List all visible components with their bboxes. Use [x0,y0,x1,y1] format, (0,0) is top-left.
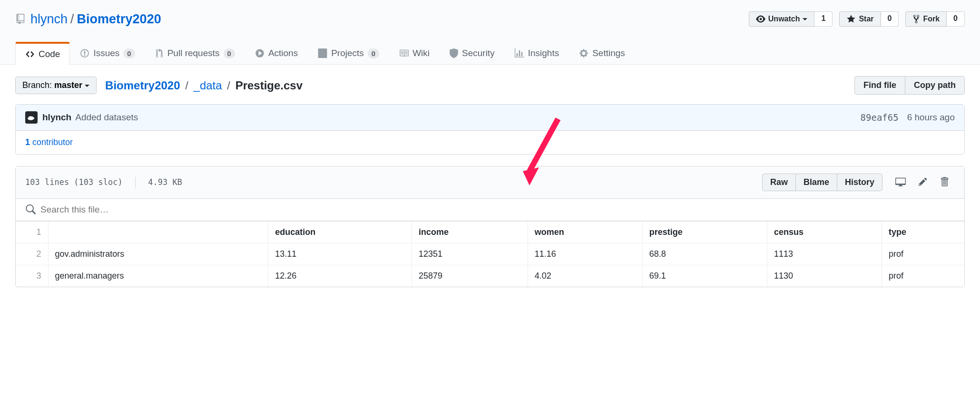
line-number: 1 [16,222,48,243]
play-icon [255,48,265,58]
issues-count: 0 [123,48,135,58]
fork-count[interactable]: 0 [947,11,965,27]
line-number: 3 [16,265,48,287]
desktop-button[interactable] [891,172,910,193]
csv-cell: prof [882,243,964,265]
tab-projects-label: Projects [331,48,364,58]
tab-wiki-label: Wiki [412,48,430,58]
line-number: 2 [16,243,48,265]
csv-header: income [412,222,528,243]
issue-icon [80,48,89,58]
project-icon [318,48,327,58]
tab-projects[interactable]: Projects 0 [308,42,389,64]
fork-button[interactable]: Fork [905,11,947,27]
csv-header: education [268,222,412,243]
table-row: 3general.managers12.26258794.0269.11130p… [16,265,964,287]
tab-insights[interactable]: Insights [505,42,569,64]
star-button[interactable]: Star [839,11,881,27]
crumb-dir[interactable]: _data [194,79,222,92]
projects-count: 0 [368,48,379,58]
tab-code-label: Code [39,49,60,59]
tab-actions[interactable]: Actions [245,42,308,64]
tab-insights-label: Insights [528,48,559,58]
history-button[interactable]: History [837,174,882,191]
divider [135,177,136,188]
tab-pulls[interactable]: Pull requests 0 [145,42,245,64]
csv-cell: 13.11 [268,243,412,265]
repo-name-link[interactable]: Biometry2020 [77,12,161,26]
csv-cell: prof [882,265,964,287]
crumb-file: Prestige.csv [235,79,303,92]
csv-cell: gov.administrators [48,243,268,265]
blame-button[interactable]: Blame [796,174,837,191]
csv-cell: 12351 [412,243,528,265]
graph-icon [515,48,524,58]
csv-cell: 69.1 [642,265,767,287]
tab-security-label: Security [462,48,495,58]
tab-pulls-label: Pull requests [167,48,220,58]
desktop-icon [895,176,906,187]
pencil-icon [918,177,928,186]
search-icon [25,204,36,215]
csv-cell: 25879 [412,265,528,287]
csv-cell: 68.8 [642,243,767,265]
contributors-link[interactable]: 1 contributor [16,131,964,154]
book-icon [399,48,409,58]
file-info-bar: 103 lines (103 sloc) 4.93 KB Raw Blame H… [16,166,964,199]
unwatch-button[interactable]: Unwatch [749,11,815,27]
csv-cell: 11.16 [528,243,642,265]
branch-selector-button[interactable]: Branch: master [15,77,97,94]
avatar[interactable] [25,111,38,124]
crumb-sep: / [227,79,230,92]
tab-settings[interactable]: Settings [569,42,635,64]
csv-header: type [882,222,964,243]
tab-wiki[interactable]: Wiki [389,42,440,64]
tab-actions-label: Actions [268,48,298,58]
caret-icon [803,18,807,23]
csv-cell: 1130 [767,265,882,287]
csv-header: women [528,222,642,243]
csv-cell: 12.26 [268,265,412,287]
tab-issues[interactable]: Issues 0 [70,42,145,64]
csv-header [48,222,268,243]
tab-settings-label: Settings [592,48,625,58]
commit-author[interactable]: hlynch [42,112,71,123]
repo-sep: / [70,12,74,27]
delete-button[interactable] [936,172,953,193]
commit-message[interactable]: Added datasets [75,112,138,123]
eye-icon [756,14,765,24]
tab-code[interactable]: Code [15,42,70,65]
star-label: Star [859,15,873,23]
repo-tabs: Code Issues 0 Pull requests 0 Actions Pr… [15,42,965,64]
trash-icon [940,176,949,187]
search-row [16,199,964,221]
csv-cell: 1113 [767,243,882,265]
branch-prefix: Branch: [22,80,54,90]
csv-header: prestige [642,222,767,243]
tab-security[interactable]: Security [440,42,505,64]
csv-table: 1educationincomewomenprestigecensustype … [16,221,964,287]
search-input[interactable] [40,204,955,215]
csv-cell: general.managers [48,265,268,287]
copy-path-button[interactable]: Copy path [905,76,965,95]
edit-button[interactable] [914,173,932,192]
crumb-sep: / [185,79,188,92]
commit-sha[interactable]: 89eaf65 [861,112,899,123]
csv-header: census [767,222,882,243]
crumb-root[interactable]: Biometry2020 [105,79,180,92]
pulls-count: 0 [224,48,235,58]
raw-button[interactable]: Raw [762,174,796,191]
file-lines: 103 lines (103 sloc) [25,177,123,187]
fork-label: Fork [923,15,940,23]
shield-icon [450,48,458,58]
star-count[interactable]: 0 [881,11,899,27]
unwatch-label: Unwatch [768,15,800,23]
commit-time: 6 hours ago [907,112,955,123]
watch-count[interactable]: 1 [814,11,833,27]
find-file-button[interactable]: Find file [854,76,905,95]
file-size: 4.93 KB [148,177,182,187]
repo-owner-link[interactable]: hlynch [30,12,68,27]
code-icon [25,49,35,59]
repo-icon [15,14,26,24]
commit-bar: hlynch Added datasets 89eaf65 6 hours ag… [16,105,964,131]
